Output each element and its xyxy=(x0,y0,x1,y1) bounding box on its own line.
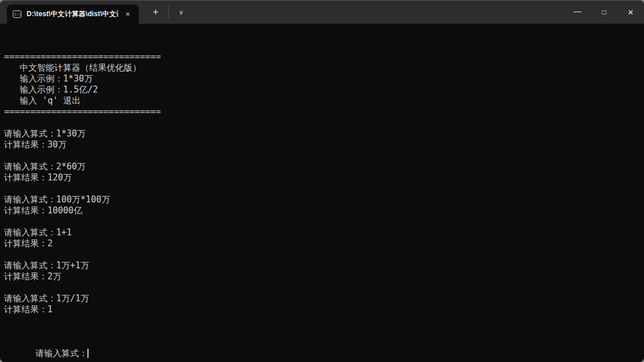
titlebar[interactable]: C:\ D:\test\中文计算器\dist\中文计 ✕ + ∨ — □ ✕ xyxy=(0,1,644,24)
tab-active[interactable]: C:\ D:\test\中文计算器\dist\中文计 ✕ xyxy=(7,5,139,24)
tab-title: D:\test\中文计算器\dist\中文计 xyxy=(27,9,118,19)
titlebar-divider xyxy=(168,6,169,19)
close-icon: ✕ xyxy=(628,8,634,17)
titlebar-drag-region[interactable] xyxy=(189,1,564,24)
terminal-window: C:\ D:\test\中文计算器\dist\中文计 ✕ + ∨ — □ ✕ =… xyxy=(0,0,644,362)
terminal-output: ============================== 中文智能计算器（结… xyxy=(4,51,639,315)
minimize-icon: — xyxy=(574,7,582,16)
cmd-icon: C:\ xyxy=(13,10,21,18)
text-cursor xyxy=(87,349,89,358)
maximize-icon: □ xyxy=(602,8,606,16)
prompt-text: 请输入算式： xyxy=(35,348,87,359)
tab-close-icon[interactable]: ✕ xyxy=(123,9,133,20)
maximize-button[interactable]: □ xyxy=(591,1,617,24)
minimize-button[interactable]: — xyxy=(564,1,591,24)
close-button[interactable]: ✕ xyxy=(617,1,644,24)
prompt-line: 请输入算式： xyxy=(4,337,639,362)
chevron-down-icon[interactable]: ∨ xyxy=(173,4,189,20)
new-tab-button[interactable]: + xyxy=(147,4,164,20)
terminal-screen[interactable]: ============================== 中文智能计算器（结… xyxy=(0,24,644,362)
